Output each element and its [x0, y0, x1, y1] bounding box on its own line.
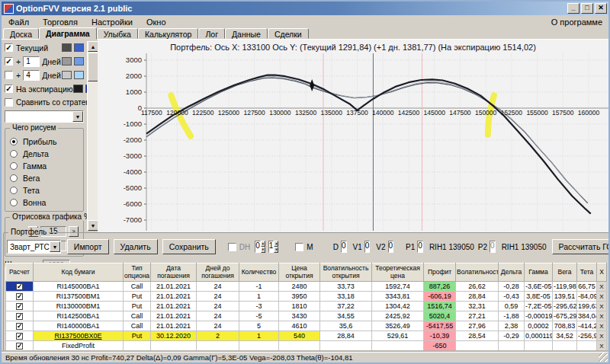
delete-button[interactable]: Удалить — [114, 239, 158, 254]
panel-scrollbar[interactable]: ▲ ▼ — [87, 41, 98, 231]
column-header-Дельта[interactable]: Дельта — [499, 263, 525, 282]
scrollbar-thumb[interactable] — [88, 53, 98, 81]
tab-Диаграмма[interactable]: Диаграмма — [39, 27, 97, 40]
column-header-Тип опциона[interactable]: Тип опциона — [124, 263, 151, 282]
resize-grip[interactable] — [599, 353, 608, 362]
portfolio-dropdown[interactable]: Зварт_РТС ▼ — [7, 240, 61, 254]
spinner-arrows-icon[interactable]: ▲▼ — [261, 241, 265, 253]
line-color-swatch[interactable] — [62, 71, 72, 79]
row-checkbox[interactable]: ✓ — [16, 283, 23, 290]
radio-option-Вега[interactable]: Вега — [8, 172, 80, 184]
cell: 33,18 — [320, 292, 372, 302]
row-checkbox[interactable]: ✓ — [16, 343, 23, 350]
column-header-Количество[interactable]: Количество — [239, 263, 279, 282]
remove-row-button[interactable]: X — [597, 331, 607, 341]
column-header-Код бумаги[interactable]: Код бумаги — [34, 263, 124, 282]
column-header-Волатильность[interactable]: Волатильность — [456, 263, 499, 282]
radio-option-Тета[interactable]: Тета — [8, 184, 80, 196]
compare-strategy-checkbox[interactable] — [5, 98, 13, 107]
scroll-down-icon[interactable]: ▼ — [88, 220, 98, 231]
dh-checkbox[interactable] — [228, 243, 236, 251]
maximize-button[interactable]: □ — [581, 3, 593, 14]
profit-chart[interactable]: 3000200010000-1000-2000-3000-4000-5000-6… — [98, 53, 610, 231]
radio-option-Дельта[interactable]: Дельта — [8, 148, 80, 160]
row-checkbox[interactable]: ✓ — [16, 323, 23, 330]
cell: 1810 — [279, 302, 320, 311]
v2-field[interactable]: 0 — [388, 241, 394, 253]
radio-dot-icon[interactable] — [10, 199, 18, 206]
curve-checkbox[interactable]: ✓ — [5, 85, 13, 93]
radio-option-Прибыль[interactable]: Прибыль — [8, 136, 80, 148]
column-header-Дней до погашения[interactable]: Дней до погашения — [197, 263, 239, 282]
m-checkbox[interactable] — [295, 243, 303, 251]
dh-spin2-value[interactable]: 1 — [268, 241, 274, 253]
p2-field[interactable]: 0 — [490, 241, 496, 253]
fill-color-swatch[interactable] — [74, 71, 84, 79]
line-color-swatch[interactable] — [73, 85, 83, 93]
remove-row-button[interactable]: X — [597, 341, 607, 351]
remove-row-button[interactable]: X — [597, 282, 607, 292]
column-header-Тета[interactable]: Тета — [577, 263, 597, 282]
v1-field[interactable]: 0 — [364, 241, 371, 253]
close-button[interactable]: ✕ — [595, 3, 607, 14]
radio-dot-icon[interactable] — [10, 138, 18, 145]
remove-row-button[interactable]: X — [597, 302, 607, 311]
radio-dot-icon[interactable] — [10, 162, 18, 170]
line-color-swatch[interactable] — [62, 57, 72, 65]
radio-dot-icon[interactable] — [10, 174, 18, 182]
chevron-down-icon[interactable]: ▼ — [72, 111, 83, 122]
remove-row-button[interactable]: X — [597, 292, 607, 302]
tab-Лог[interactable]: Лог — [198, 28, 225, 39]
calc-margin-button[interactable]: Рассчитать ГО — [552, 239, 610, 254]
d-field[interactable]: 0 — [341, 241, 347, 253]
row-checkbox[interactable]: ✓ — [16, 333, 23, 340]
save-button[interactable]: Сохранить — [162, 239, 216, 254]
column-header-Профит[interactable]: Профит — [424, 263, 456, 282]
radio-option-Вонна[interactable]: Вонна — [8, 196, 80, 209]
import-button[interactable]: Импорт — [67, 239, 109, 254]
curve-checkbox[interactable] — [5, 71, 13, 79]
chart-area[interactable]: Портфель: Ось X: 133100 Ось Y: (Текущий … — [98, 40, 608, 232]
menu-item[interactable]: Настройки — [85, 17, 140, 27]
remove-row-button[interactable]: X — [597, 311, 607, 321]
days-field[interactable]: 4 — [23, 70, 40, 81]
tab-Доска[interactable]: Доска — [3, 28, 39, 39]
tab-Улыбка[interactable]: Улыбка — [97, 28, 138, 39]
menu-item[interactable]: Окно — [140, 17, 173, 27]
tab-Данные[interactable]: Данные — [225, 28, 268, 39]
menu-item[interactable]: Файл — [2, 17, 36, 27]
curve-checkbox[interactable]: ✓ — [5, 57, 13, 65]
tab-Калькулятор[interactable]: Калькулятор — [138, 28, 198, 39]
fill-color-swatch[interactable] — [74, 57, 84, 65]
about-menu-item[interactable]: О программе — [551, 18, 608, 27]
fill-color-swatch[interactable] — [74, 43, 84, 52]
menu-item[interactable]: Торговля — [36, 17, 85, 27]
line-color-swatch[interactable] — [62, 43, 72, 52]
column-header-Цена открытия[interactable]: Цена открытия — [279, 263, 320, 282]
column-header-Теоретическая цена[interactable]: Теоретическая цена — [372, 263, 424, 282]
scroll-up-icon[interactable]: ▲ — [88, 41, 98, 52]
curve-checkbox[interactable]: ✓ — [5, 43, 13, 52]
row-checkbox[interactable]: ✓ — [16, 293, 23, 300]
column-header-Дата погашения[interactable]: Дата погашения — [151, 263, 197, 282]
radio-option-Гамма[interactable]: Гамма — [8, 160, 80, 172]
days-field[interactable]: 1 — [23, 56, 40, 67]
radio-dot-icon[interactable] — [10, 150, 18, 158]
row-checkbox[interactable]: ✓ — [16, 313, 23, 320]
column-header-X[interactable]: X — [597, 263, 607, 282]
column-header-Гамма[interactable]: Гамма — [525, 263, 553, 282]
chevron-down-icon[interactable]: ▼ — [50, 241, 60, 252]
spinner-arrows-icon[interactable]: ▲▼ — [274, 241, 278, 253]
column-header-Расчет[interactable]: Расчет — [6, 263, 34, 282]
p1-field[interactable]: 0 — [417, 241, 423, 253]
strategy-dropdown[interactable]: ▼ — [5, 110, 84, 123]
radio-dot-icon[interactable] — [10, 187, 18, 194]
tab-Сделки[interactable]: Сделки — [268, 28, 309, 39]
remove-row-button[interactable]: X — [597, 321, 607, 331]
column-header-Вега[interactable]: Вега — [553, 263, 577, 282]
row-checkbox[interactable]: ✓ — [16, 303, 23, 310]
column-header-Волатильность открытия[interactable]: Волатильность открытия — [320, 263, 372, 282]
dh-spin1-value[interactable]: 0 — [255, 241, 261, 253]
minimize-button[interactable]: _ — [567, 3, 580, 14]
x-tick-label: 122500 — [192, 109, 214, 117]
